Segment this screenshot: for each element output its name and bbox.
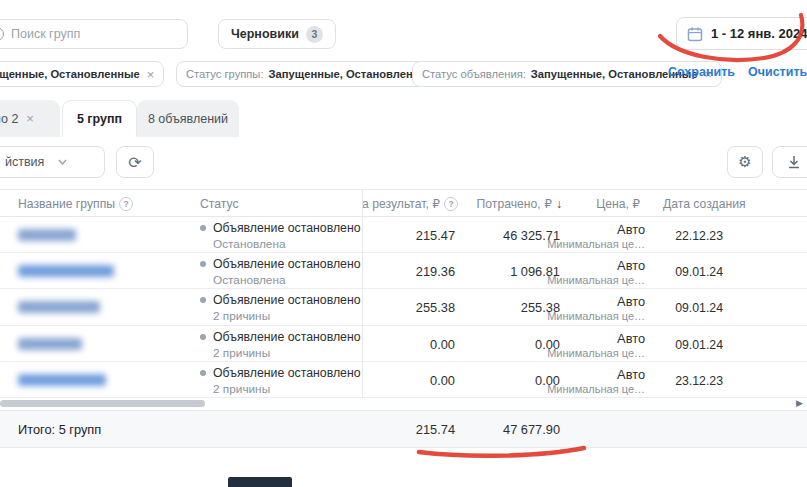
price-mode: Авто xyxy=(547,222,645,237)
created-date: 22.12.23 xyxy=(675,229,723,243)
actions-label: йствия xyxy=(5,155,44,169)
filter-chip-value: Запущенные, Остановленные xyxy=(269,68,436,80)
tab-groups[interactable]: 5 групп xyxy=(62,100,137,137)
price-strategy: Минимальная це… xyxy=(547,238,645,250)
status-dot-icon xyxy=(200,334,206,340)
price-cell: Авто Минимальная це… xyxy=(547,222,645,250)
column-header-name[interactable]: Название группы xyxy=(18,197,133,211)
price-cell: Авто Минимальная це… xyxy=(547,258,645,286)
help-icon xyxy=(444,197,458,211)
price-mode: Авто xyxy=(547,258,645,273)
price-mode: Авто xyxy=(547,294,645,309)
totals-cpr: 215.74 xyxy=(416,422,455,437)
drafts-button[interactable]: Черновики 3 xyxy=(218,19,336,49)
tab-label: но 2 xyxy=(0,112,18,126)
price-mode: Авто xyxy=(547,331,645,346)
group-name-redacted[interactable] xyxy=(18,265,114,277)
status-text: Объявление остановлено xyxy=(213,293,361,307)
scrollbar-thumb[interactable] xyxy=(0,400,205,407)
column-header-price[interactable]: Цена, ₽ xyxy=(596,197,640,211)
close-icon[interactable] xyxy=(147,68,155,81)
table-body: Объявление остановлено Остановлена 215.4… xyxy=(0,217,807,398)
status-subtext: 2 причины xyxy=(213,382,361,396)
status-text: Объявление остановлено xyxy=(213,257,361,271)
horizontal-scrollbar[interactable]: ▶ xyxy=(0,399,807,409)
filter-chip-label: Статус объявления: xyxy=(422,68,526,80)
search-placeholder: Поиск групп xyxy=(11,27,80,41)
column-header-spent[interactable]: Потрачено, ₽ ↓ xyxy=(477,197,562,211)
group-name-redacted[interactable] xyxy=(18,301,100,313)
price-cell: Авто Минимальная це… xyxy=(547,294,645,322)
save-filters-link[interactable]: Сохранить xyxy=(668,65,735,79)
drafts-button-label: Черновики xyxy=(231,27,299,41)
group-name-redacted[interactable] xyxy=(18,338,82,350)
status-subtext: Остановлена xyxy=(213,273,361,287)
tab-ads[interactable]: 8 объявлений xyxy=(137,100,239,137)
scroll-right-icon[interactable]: ▶ xyxy=(796,398,803,408)
column-header-status[interactable]: Статус xyxy=(200,197,239,211)
table-row[interactable]: Объявление остановлено Остановлена 219.3… xyxy=(0,253,807,289)
tab-label: 5 групп xyxy=(77,112,122,126)
actions-dropdown[interactable]: йствия xyxy=(0,146,105,178)
table-row[interactable]: Объявление остановлено Остановлена 215.4… xyxy=(0,217,807,253)
filter-chip-label: Статус группы: xyxy=(186,68,264,80)
cost-per-result-value: 215.47 xyxy=(416,228,455,243)
status-dot-icon xyxy=(200,225,206,231)
totals-spent: 47 677.90 xyxy=(503,422,560,437)
status-subtext: 2 причины xyxy=(213,346,361,360)
table-row[interactable]: Объявление остановлено 2 причины 255.38 … xyxy=(0,289,807,325)
group-name-redacted[interactable] xyxy=(18,229,76,241)
chevron-down-icon xyxy=(58,159,67,165)
settings-button[interactable]: ⚙ xyxy=(727,146,763,178)
taskbar-fragment xyxy=(228,477,292,487)
cost-per-result-value: 219.36 xyxy=(416,264,455,279)
download-icon xyxy=(787,155,801,169)
ads-manager-screen: Поиск групп Черновики 3 1 - 12 янв. 2024… xyxy=(0,0,807,487)
filter-chip-statuses-cut[interactable]: Запущенные, Остановленные xyxy=(0,61,164,87)
status-text: Объявление остановлено xyxy=(213,366,361,380)
tab-label: 8 объявлений xyxy=(148,112,228,126)
status-text: Объявление остановлено xyxy=(213,221,361,235)
status-cell: Объявление остановлено Остановлена xyxy=(200,257,361,287)
table-row[interactable]: Объявление остановлено 2 причины 0.00 0.… xyxy=(0,362,807,398)
price-strategy: Минимальная це… xyxy=(547,310,645,322)
cost-per-result-value: 255.38 xyxy=(416,300,455,315)
created-date: 09.01.24 xyxy=(675,301,723,315)
column-header-cpr[interactable]: на за результат, ₽ xyxy=(363,197,458,213)
gear-icon: ⚙ xyxy=(738,153,751,171)
frozen-column-divider xyxy=(362,189,363,398)
status-dot-icon xyxy=(200,370,206,376)
group-name-redacted[interactable] xyxy=(18,374,106,386)
price-strategy: Минимальная це… xyxy=(547,383,645,395)
clear-filters-link[interactable]: Очистить xyxy=(748,65,807,79)
drafts-count-badge: 3 xyxy=(306,26,323,43)
status-dot-icon xyxy=(200,261,206,267)
price-strategy: Минимальная це… xyxy=(547,274,645,286)
price-cell: Авто Минимальная це… xyxy=(547,331,645,359)
price-cell: Авто Минимальная це… xyxy=(547,367,645,395)
refresh-button[interactable]: ⟳ xyxy=(116,146,154,178)
help-icon xyxy=(119,197,133,211)
status-cell: Объявление остановлено 2 причины xyxy=(200,293,361,323)
status-cell: Объявление остановлено Остановлена xyxy=(200,221,361,251)
table-row[interactable]: Объявление остановлено 2 причины 0.00 0.… xyxy=(0,326,807,362)
cost-per-result-value: 0.00 xyxy=(430,373,455,388)
column-header-created[interactable]: Дата создания xyxy=(663,197,746,211)
date-range-picker[interactable]: 1 - 12 янв. 2024 xyxy=(676,17,807,50)
totals-label: Итого: 5 групп xyxy=(18,422,101,437)
calendar-icon xyxy=(687,26,703,42)
search-input[interactable]: Поиск групп xyxy=(0,19,188,49)
status-cell: Объявление остановлено 2 причины xyxy=(200,366,361,396)
table-header: Название группы Статус на за результат, … xyxy=(0,189,807,217)
sort-desc-icon: ↓ xyxy=(556,197,562,211)
tab-selected-cut[interactable]: но 2 xyxy=(0,100,60,137)
totals-row: Итого: 5 групп 215.74 47 677.90 xyxy=(0,410,807,448)
price-mode: Авто xyxy=(547,367,645,382)
red-marker-totals-underline xyxy=(419,448,584,456)
status-text: Объявление остановлено xyxy=(213,330,361,344)
close-icon[interactable] xyxy=(26,112,34,125)
export-button[interactable] xyxy=(772,146,807,178)
status-subtext: Остановлена xyxy=(213,237,361,251)
created-date: 23.12.23 xyxy=(675,374,723,388)
search-icon xyxy=(0,27,4,41)
